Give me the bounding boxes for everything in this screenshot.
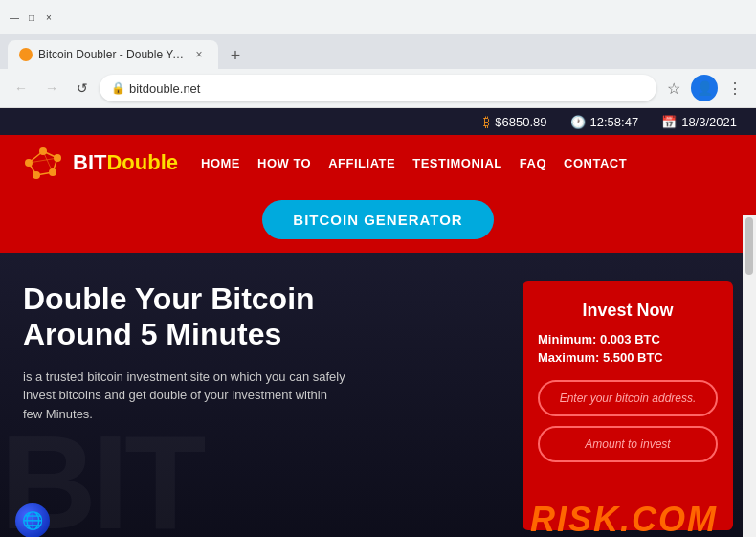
date-item: 📅 18/3/2021 — [661, 115, 737, 129]
tab-close-button[interactable]: × — [191, 47, 207, 62]
watermark-label: RISK.COM — [530, 500, 718, 537]
invest-now-title: Invest Now — [538, 301, 718, 321]
clock-icon: 🕐 — [570, 115, 586, 129]
logo-svg-icon — [19, 144, 67, 182]
bitcoin-price-text: $6850.89 — [495, 115, 546, 129]
time-item: 🕐 12:58:47 — [570, 115, 639, 129]
amount-to-invest-input[interactable] — [538, 426, 718, 462]
globe-icon: 🌐 — [15, 503, 50, 537]
tab-favicon-icon — [19, 48, 33, 61]
bitcoin-price-item: ₿ $6850.89 — [483, 114, 546, 129]
logo-bit: BIT — [73, 150, 106, 174]
active-tab[interactable]: Bitcoin Doubler - Double Your Bi... × — [8, 40, 218, 69]
top-info-bar: ₿ $6850.89 🕐 12:58:47 📅 18/3/2021 — [0, 108, 756, 135]
logo-double: Double — [106, 150, 178, 174]
bitcoin-generator-button[interactable]: BITCOIN GENERATOR — [262, 200, 493, 239]
back-button[interactable]: ← — [8, 75, 34, 101]
bitcoin-price-icon: ₿ — [483, 114, 490, 129]
scrollbar-thumb[interactable] — [745, 217, 753, 275]
bookmark-button[interactable]: ☆ — [660, 75, 687, 101]
title-bar: — □ × — [0, 0, 756, 34]
nav-links: HOME HOW TO AFFILIATE TESTIMONIAL FAQ CO… — [201, 156, 737, 170]
url-bar[interactable]: 🔒 bitdouble.net — [100, 75, 656, 101]
close-window-button[interactable]: × — [42, 11, 56, 24]
nav-faq[interactable]: FAQ — [520, 156, 546, 170]
nav-contact[interactable]: CONTACT — [564, 156, 627, 170]
calendar-icon: 📅 — [661, 115, 677, 129]
scrollbar[interactable] — [743, 215, 756, 537]
reload-button[interactable]: ↺ — [69, 75, 96, 101]
nav-testimonial[interactable]: TESTIMONIAL — [412, 156, 502, 170]
nav-affiliate[interactable]: AFFILIATE — [328, 156, 395, 170]
lock-icon: 🔒 — [111, 81, 125, 95]
minimum-btc-text: Minimum: 0.003 BTC — [538, 332, 718, 347]
browser-chrome: — □ × Bitcoin Doubler - Double Your Bi..… — [0, 0, 756, 108]
time-text: 12:58:47 — [590, 115, 639, 129]
new-tab-button[interactable]: + — [222, 42, 249, 69]
url-text: bitdouble.net — [129, 81, 200, 96]
invest-card: Invest Now Minimum: 0.003 BTC Maximum: 5… — [523, 281, 733, 530]
address-bar: ← → ↺ 🔒 bitdouble.net ☆ 👤 ⋮ — [0, 69, 756, 107]
minimize-button[interactable]: — — [8, 11, 21, 24]
profile-avatar-button[interactable]: 👤 — [691, 75, 718, 101]
nav-how-to[interactable]: HOW TO — [257, 156, 311, 170]
logo-text: BITDouble — [73, 150, 178, 175]
main-content: Double Your Bitcoin Around 5 Minutes is … — [0, 253, 756, 537]
avatar-icon: 👤 — [697, 80, 713, 96]
tab-title-text: Bitcoin Doubler - Double Your Bi... — [38, 48, 186, 61]
maximum-btc-text: Maximum: 5.500 BTC — [538, 350, 718, 365]
website-content: ₿ $6850.89 🕐 12:58:47 📅 18/3/2021 — [0, 108, 756, 537]
tab-bar: Bitcoin Doubler - Double Your Bi... × + — [0, 34, 756, 69]
forward-button[interactable]: → — [38, 75, 65, 101]
window-controls: — □ × — [8, 11, 56, 24]
hero-title: Double Your Bitcoin Around 5 Minutes — [23, 281, 503, 352]
navbar: BITDouble HOME HOW TO AFFILIATE TESTIMON… — [0, 135, 756, 190]
svg-line-9 — [29, 163, 36, 175]
logo-area: BITDouble — [19, 144, 178, 182]
nav-home[interactable]: HOME — [201, 156, 240, 170]
bitcoin-address-input[interactable] — [538, 380, 718, 416]
date-text: 18/3/2021 — [681, 115, 737, 129]
maximize-button[interactable]: □ — [25, 11, 38, 24]
watermark-text: RISK.COM — [530, 500, 718, 537]
generator-button-container: BITCOIN GENERATOR — [0, 190, 756, 253]
chrome-menu-button[interactable]: ⋮ — [722, 75, 748, 101]
